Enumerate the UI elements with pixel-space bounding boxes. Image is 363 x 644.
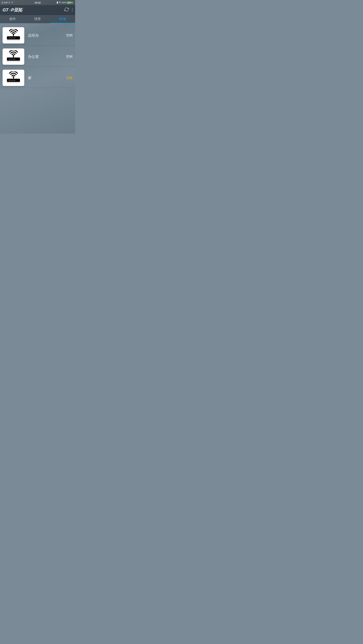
svg-rect-12 <box>9 58 10 60</box>
app-wrapper: 无 SIM 卡 14:12 <box>0 0 75 134</box>
location-item-general-office[interactable]: 总经办 空闲 <box>0 26 75 46</box>
tab-scene-label: 情景 <box>34 17 41 21</box>
bluetooth-icon <box>59 1 61 4</box>
app-logo: GT✦P至拓 <box>3 7 22 13</box>
svg-rect-7 <box>14 37 15 38</box>
tab-operations-label: 操作 <box>9 17 16 21</box>
location-status-office: 空闲 <box>62 54 73 59</box>
no-sim-label: 无 SIM 卡 <box>2 1 10 4</box>
location-name-office: 办公室 <box>28 54 62 59</box>
location-icon-home <box>3 70 24 86</box>
logo-star: ✦ <box>8 8 11 12</box>
router-icon-3 <box>6 72 22 84</box>
svg-rect-13 <box>11 58 12 60</box>
tab-scene[interactable]: 情景 <box>25 15 50 23</box>
tab-zone-label: 区域 <box>59 17 66 21</box>
svg-rect-3 <box>13 35 14 37</box>
header-actions <box>64 7 73 13</box>
svg-rect-4 <box>9 37 10 38</box>
dots-menu-icon[interactable] <box>72 8 73 12</box>
status-time: 14:12 <box>35 1 41 4</box>
location-name-general-office: 总经办 <box>28 33 62 38</box>
svg-rect-14 <box>12 58 14 60</box>
location-icon-office <box>3 48 24 65</box>
svg-rect-11 <box>13 56 14 58</box>
location-item-office[interactable]: 办公室 空闲 <box>0 46 75 67</box>
status-left: 无 SIM 卡 <box>2 1 14 4</box>
location-item-home[interactable]: 家 当前 <box>0 68 75 88</box>
router-icon-1 <box>6 29 22 42</box>
status-bar: 无 SIM 卡 14:12 <box>0 0 75 5</box>
battery-icon <box>67 2 71 4</box>
svg-rect-22 <box>12 80 14 81</box>
charge-icon: ⚡ <box>72 2 74 4</box>
svg-rect-8 <box>7 39 20 41</box>
content-area: 总经办 空闲 <box>0 23 75 134</box>
svg-rect-6 <box>12 37 14 38</box>
router-icon-2 <box>6 50 22 63</box>
tab-bar: 操作 情景 区域 <box>0 15 75 23</box>
svg-rect-15 <box>14 58 15 60</box>
location-icon-general-office <box>3 27 24 44</box>
wifi-icon <box>11 2 14 4</box>
tab-operations[interactable]: 操作 <box>0 15 25 23</box>
svg-rect-19 <box>13 77 14 79</box>
svg-rect-20 <box>9 80 10 81</box>
svg-rect-23 <box>14 80 15 81</box>
status-right: 100% ⚡ <box>57 1 74 4</box>
battery-percent: 100% <box>61 2 67 4</box>
location-name-home: 家 <box>28 76 62 80</box>
svg-rect-24 <box>7 82 20 84</box>
location-status-general-office: 空闲 <box>62 33 73 38</box>
tab-zone[interactable]: 区域 <box>50 15 75 23</box>
svg-rect-21 <box>11 80 12 81</box>
logo-text: GT✦P至拓 <box>3 7 22 13</box>
lock-icon <box>57 1 59 4</box>
svg-rect-16 <box>7 60 20 62</box>
location-status-home: 当前 <box>62 76 73 80</box>
app-header: GT✦P至拓 <box>0 5 75 15</box>
refresh-icon[interactable] <box>64 7 69 13</box>
svg-rect-0 <box>57 2 58 4</box>
svg-rect-5 <box>11 37 12 38</box>
